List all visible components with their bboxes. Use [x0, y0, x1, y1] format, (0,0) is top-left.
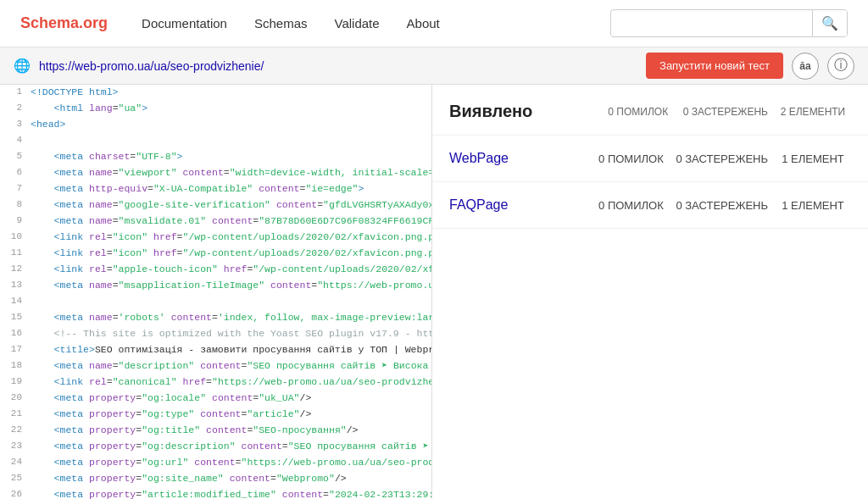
line-content: <meta name='robots' content='index, foll…: [31, 310, 431, 326]
code-line: 19 <link rel="canonical" href="https://w…: [0, 374, 431, 391]
code-line: 4: [0, 133, 431, 149]
globe-icon: 🌐: [14, 58, 31, 74]
line-content: <meta http-equiv="X-UA-Compatible" conte…: [31, 181, 431, 197]
code-line: 22 <meta property="og:title" content="SE…: [0, 423, 431, 439]
code-line: 21 <meta property="og:type" content="art…: [0, 407, 431, 423]
code-line: 18 <meta name="description" content="SEO…: [0, 358, 431, 374]
code-line: 2 <html lang="ua">: [0, 101, 431, 117]
result-elements-webpage: 1 ЕЛЕМЕНТ: [775, 152, 851, 165]
line-content: <meta name="msapplication-TileImage" con…: [31, 278, 431, 294]
result-warnings-faqpage: 0 ЗАСТЕРЕЖЕНЬ: [676, 199, 768, 212]
line-content: <title>SEO оптимізація - замовити просув…: [31, 342, 431, 358]
code-line: 14: [0, 294, 431, 310]
line-content: <meta property="og:title" content="SEO-п…: [31, 423, 431, 439]
line-content: <!DOCTYPE html>: [31, 85, 431, 101]
col-header-warnings: 0 ЗАСТЕРЕЖЕНЬ: [683, 106, 768, 118]
result-errors-faqpage: 0 ПОМИЛОК: [593, 199, 669, 212]
code-line: 7 <meta http-equiv="X-UA-Compatible" con…: [0, 181, 431, 197]
run-test-button[interactable]: Запустити новий тест: [646, 53, 783, 79]
line-num: 5: [0, 149, 31, 165]
line-content: <link rel="apple-touch-icon" href="/wp-c…: [31, 262, 431, 278]
col-header-errors: 0 ПОМИЛОК: [600, 106, 676, 118]
nav-link-validate[interactable]: Validate: [334, 16, 379, 30]
result-row-webpage[interactable]: WebPage 0 ПОМИЛОК 0 ЗАСТЕРЕЖЕНЬ 1 ЕЛЕМЕН…: [432, 136, 868, 182]
line-content: <link rel="icon" href="/wp-content/uploa…: [31, 230, 431, 246]
aa-icon-button[interactable]: ăa: [792, 53, 819, 80]
nav-link-about[interactable]: About: [407, 16, 440, 30]
line-num: 7: [0, 181, 31, 197]
nav-links: Documentation Schemas Validate About: [142, 16, 610, 30]
line-num: 26: [0, 487, 31, 499]
code-line: 23 <meta property="og:description" conte…: [0, 439, 431, 455]
logo[interactable]: Schema.org: [20, 14, 108, 32]
result-row-faqpage[interactable]: FAQPage 0 ПОМИЛОК 0 ЗАСТЕРЕЖЕНЬ 1 ЕЛЕМЕН…: [432, 182, 868, 229]
code-line: 25 <meta property="og:site_name" content…: [0, 471, 431, 487]
line-num: 2: [0, 101, 31, 117]
code-line: 24 <meta property="og:url" content="http…: [0, 455, 431, 471]
line-content: <meta property="og:locale" content="uk_U…: [31, 391, 431, 407]
line-num: 12: [0, 262, 31, 278]
code-line: 10 <link rel="icon" href="/wp-content/up…: [0, 230, 431, 246]
code-line: 17 <title>SEO оптимізація - замовити про…: [0, 342, 431, 358]
line-num: 21: [0, 407, 31, 423]
line-num: 20: [0, 391, 31, 407]
line-num: 8: [0, 197, 31, 213]
search-button[interactable]: 🔍: [812, 10, 847, 36]
code-line: 5 <meta charset="UTF-8">: [0, 149, 431, 165]
line-content: <meta name="google-site-verification" co…: [31, 197, 431, 213]
code-line: 3 <head>: [0, 117, 431, 133]
line-num: 1: [0, 85, 31, 101]
result-values-faqpage: 0 ПОМИЛОК 0 ЗАСТЕРЕЖЕНЬ 1 ЕЛЕМЕНТ: [593, 199, 851, 212]
line-content: <meta name="msvalidate.01" content="87B7…: [31, 213, 431, 230]
code-line: 6 <meta name="viewport" content="width=d…: [0, 165, 431, 181]
line-num: 18: [0, 358, 31, 374]
result-errors-webpage: 0 ПОМИЛОК: [593, 152, 669, 165]
line-num: 10: [0, 230, 31, 246]
nav-link-documentation[interactable]: Documentation: [142, 16, 227, 30]
code-line: 9 <meta name="msvalidate.01" content="87…: [0, 213, 431, 230]
line-num: 25: [0, 471, 31, 487]
line-num: 15: [0, 310, 31, 326]
line-content: <meta property="og:type" content="articl…: [31, 407, 431, 423]
results-header: Виявлено 0 ПОМИЛОК 0 ЗАСТЕРЕЖЕНЬ 2 ЕЛЕМЕ…: [432, 85, 868, 136]
line-content: <!-- This site is optimized with the Yoa…: [31, 326, 431, 342]
code-line: 15 <meta name='robots' content='index, f…: [0, 310, 431, 326]
line-num: 4: [0, 133, 31, 149]
result-elements-faqpage: 1 ЕЛЕМЕНТ: [775, 199, 851, 212]
line-content: <meta name="viewport" content="width=dev…: [31, 165, 431, 181]
code-panel[interactable]: 1 <!DOCTYPE html> 2 <html lang="ua"> 3 <…: [0, 85, 432, 499]
result-values-webpage: 0 ПОМИЛОК 0 ЗАСТЕРЕЖЕНЬ 1 ЕЛЕМЕНТ: [593, 152, 851, 165]
code-line: 13 <meta name="msapplication-TileImage" …: [0, 278, 431, 294]
url-bar: 🌐 https://web-promo.ua/ua/seo-prodvizhen…: [0, 47, 868, 85]
line-content: <meta property="og:url" content="https:/…: [31, 455, 431, 471]
line-num: 6: [0, 165, 31, 181]
line-content: <link rel="icon" href="/wp-content/uploa…: [31, 246, 431, 262]
line-content: <head>: [31, 117, 431, 133]
line-num: 11: [0, 246, 31, 262]
line-content: <meta property="og:site_name" content="W…: [31, 471, 431, 487]
line-num: 14: [0, 294, 31, 310]
nav-link-schemas[interactable]: Schemas: [254, 16, 308, 30]
col-header-elements: 2 ЕЛЕМЕНТИ: [775, 106, 851, 118]
line-num: 16: [0, 326, 31, 342]
line-num: 22: [0, 423, 31, 439]
code-line: 16 <!-- This site is optimized with the …: [0, 326, 431, 342]
info-icon-button[interactable]: ⓘ: [827, 53, 854, 80]
code-line: 1 <!DOCTYPE html>: [0, 85, 431, 101]
main-content: 1 <!DOCTYPE html> 2 <html lang="ua"> 3 <…: [0, 85, 868, 499]
line-num: 17: [0, 342, 31, 358]
line-num: 19: [0, 374, 31, 391]
line-content: <meta charset="UTF-8">: [31, 149, 431, 165]
url-input[interactable]: https://web-promo.ua/ua/seo-prodvizhenie…: [39, 59, 637, 73]
search-input[interactable]: [611, 12, 812, 36]
line-num: 24: [0, 455, 31, 471]
top-nav: Schema.org Documentation Schemas Validat…: [0, 0, 868, 47]
code-line: 20 <meta property="og:locale" content="u…: [0, 391, 431, 407]
line-num: 23: [0, 439, 31, 455]
line-content: <html lang="ua">: [31, 101, 431, 117]
code-line: 11 <link rel="icon" href="/wp-content/up…: [0, 246, 431, 262]
line-num: 9: [0, 213, 31, 230]
results-title: Виявлено: [449, 102, 600, 121]
line-num: 13: [0, 278, 31, 294]
line-content: <link rel="canonical" href="https://web-…: [31, 374, 431, 391]
